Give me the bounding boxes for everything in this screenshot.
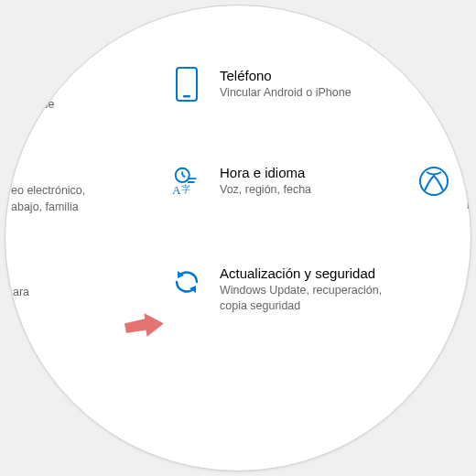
svg-point-3	[452, 72, 463, 100]
phone-title: Teléfono	[220, 68, 352, 83]
gaming-title-fragment: Jue	[467, 165, 471, 180]
sync-icon	[170, 265, 203, 298]
settings-tile-update-security[interactable]: Actualización y seguridad Windows Update…	[170, 265, 403, 314]
time-language-title: Hora e idioma	[220, 165, 311, 180]
network-icon	[441, 70, 471, 103]
settings-tile-phone[interactable]: Teléfono Vincular Android o iPhone	[170, 68, 352, 101]
svg-text:字: 字	[181, 184, 190, 194]
svg-rect-1	[183, 95, 190, 98]
settings-tile-time-language[interactable]: A 字 Hora e idioma Voz, región, fecha	[170, 165, 311, 198]
time-language-desc: Voz, región, fecha	[220, 182, 311, 198]
gaming-desc-fragment: Barra retran	[467, 182, 471, 213]
update-security-title: Actualización y seguridad	[220, 265, 403, 281]
annotation-arrow	[119, 301, 166, 347]
phone-desc: Vincular Android o iPhone	[220, 85, 352, 101]
phone-icon	[170, 68, 203, 101]
svg-point-5	[176, 168, 189, 182]
svg-point-12	[420, 168, 448, 195]
time-language-icon: A 字	[170, 165, 203, 198]
xbox-icon	[417, 165, 450, 198]
privacy-desc-fragment: ara	[13, 285, 29, 301]
svg-line-7	[182, 175, 185, 177]
svg-text:A: A	[172, 183, 181, 197]
svg-point-2	[444, 72, 471, 100]
accounts-desc-fragment: eo electrónico, abajo, familia	[11, 183, 85, 215]
settings-tile-gaming[interactable]: Jue Barra retran	[417, 165, 471, 213]
devices-desc-fragment: mouse	[20, 97, 55, 114]
update-security-desc: Windows Update, recuperación, copia segu…	[220, 283, 403, 314]
